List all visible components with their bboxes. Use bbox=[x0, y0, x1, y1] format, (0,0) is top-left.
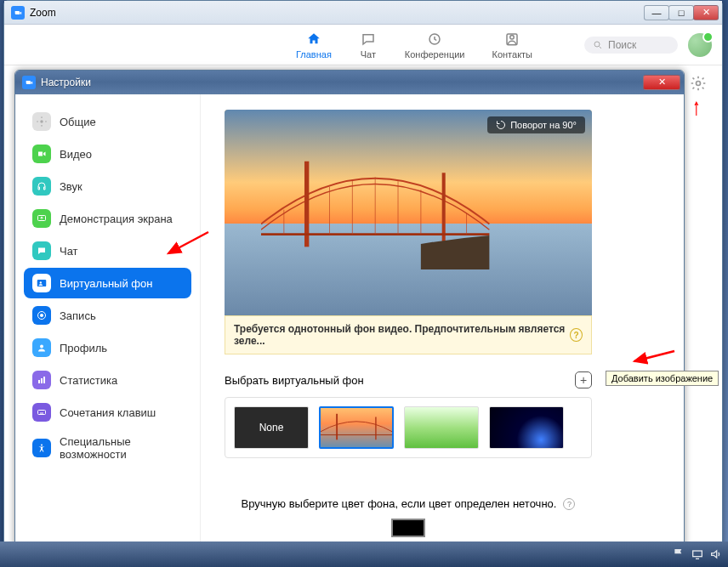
sidebar-item-accessibility[interactable]: Специальные возможности bbox=[24, 429, 191, 467]
annotation-arrow-gear bbox=[693, 94, 700, 121]
svg-line-30 bbox=[168, 232, 208, 253]
keyboard-icon bbox=[32, 403, 51, 422]
svg-rect-32 bbox=[693, 551, 702, 557]
svg-line-31 bbox=[634, 351, 674, 361]
chat-icon bbox=[359, 31, 378, 48]
search-input[interactable]: Поиск bbox=[584, 37, 678, 54]
svg-point-1 bbox=[510, 35, 515, 39]
zoom-titlebar[interactable]: Zoom — □ ✕ bbox=[4, 1, 722, 25]
svg-point-11 bbox=[40, 345, 43, 349]
zoom-tabs: Главная Чат Конференции Контакты bbox=[244, 29, 584, 61]
settings-gear-icon[interactable] bbox=[690, 75, 707, 92]
bg-thumb-grass[interactable] bbox=[404, 406, 479, 449]
sidebar-item-audio[interactable]: Звук bbox=[24, 171, 191, 201]
accessibility-icon bbox=[32, 439, 51, 457]
zoom-window-title: Zoom bbox=[30, 7, 645, 19]
svg-rect-15 bbox=[38, 411, 46, 415]
avatar[interactable] bbox=[688, 33, 712, 57]
minimize-button[interactable]: — bbox=[644, 5, 669, 20]
sidebar-item-virtual-bg[interactable]: Виртуальный фон bbox=[24, 268, 191, 298]
svg-point-3 bbox=[594, 42, 600, 47]
record-icon bbox=[32, 306, 51, 325]
settings-window-controls: ✕ bbox=[644, 75, 680, 90]
settings-window: Настройки ✕ Общие Видео Звук Демонстраци… bbox=[14, 70, 685, 564]
video-preview: Поворот на 90° bbox=[225, 110, 592, 317]
rotate-button[interactable]: Поворот на 90° bbox=[487, 116, 585, 133]
svg-rect-14 bbox=[43, 377, 45, 383]
tray-flag-icon[interactable] bbox=[672, 547, 685, 561]
sidebar-item-shortcuts[interactable]: Сочетания клавиш bbox=[24, 397, 191, 428]
help-icon[interactable]: ? bbox=[563, 498, 575, 510]
stats-icon bbox=[32, 371, 51, 389]
share-screen-icon bbox=[32, 209, 51, 228]
home-icon bbox=[304, 31, 323, 48]
svg-point-5 bbox=[40, 120, 43, 123]
sidebar-item-video[interactable]: Видео bbox=[24, 139, 191, 169]
tray-network-icon[interactable] bbox=[691, 547, 704, 561]
contacts-icon bbox=[503, 31, 521, 48]
sidebar-item-general[interactable]: Общие bbox=[24, 106, 191, 137]
svg-point-4 bbox=[697, 82, 701, 86]
headphones-icon bbox=[32, 177, 51, 196]
add-image-tooltip: Добавить изображение bbox=[606, 371, 719, 386]
svg-point-16 bbox=[41, 445, 43, 446]
annotation-arrow-sidebar bbox=[162, 228, 213, 262]
add-image-button[interactable]: + bbox=[575, 371, 592, 388]
sidebar-item-recording[interactable]: Запись bbox=[24, 300, 191, 331]
sidebar-item-statistics[interactable]: Статистика bbox=[24, 365, 191, 395]
help-icon[interactable]: ? bbox=[570, 328, 583, 342]
bridge-graphic bbox=[261, 156, 489, 269]
clock-icon bbox=[425, 31, 444, 48]
video-icon bbox=[32, 145, 51, 163]
settings-app-icon bbox=[22, 76, 36, 89]
bg-thumb-none[interactable]: None bbox=[234, 406, 309, 449]
tab-contacts[interactable]: Контакты bbox=[487, 29, 538, 61]
manual-color-row: Вручную выберите цвет фона, если цвет оп… bbox=[225, 497, 592, 510]
tab-chat[interactable]: Чат bbox=[354, 29, 383, 61]
chat-icon bbox=[32, 241, 51, 260]
settings-titlebar[interactable]: Настройки ✕ bbox=[15, 71, 684, 94]
svg-rect-13 bbox=[41, 378, 43, 383]
close-button[interactable]: ✕ bbox=[693, 5, 719, 20]
bg-thumbnails: None bbox=[225, 397, 592, 458]
select-bg-label: Выбрать виртуальный фон bbox=[225, 374, 364, 387]
maximize-button[interactable]: □ bbox=[668, 5, 694, 20]
settings-body: Общие Видео Звук Демонстрация экрана Чат… bbox=[15, 94, 684, 564]
tab-meetings[interactable]: Конференции bbox=[400, 29, 470, 61]
virtual-bg-icon bbox=[32, 274, 51, 292]
taskbar[interactable] bbox=[0, 541, 728, 567]
svg-rect-12 bbox=[38, 380, 40, 383]
select-bg-row: Выбрать виртуальный фон + bbox=[225, 371, 592, 388]
settings-sidebar: Общие Видео Звук Демонстрация экрана Чат… bbox=[15, 94, 201, 564]
search-icon bbox=[593, 40, 603, 50]
settings-close-button[interactable]: ✕ bbox=[643, 75, 680, 90]
settings-window-title: Настройки bbox=[41, 77, 644, 88]
settings-content: Поворот на 90° Требуется однотонный фон … bbox=[201, 94, 684, 564]
zoom-app-icon bbox=[11, 6, 25, 20]
color-swatch[interactable] bbox=[391, 519, 425, 537]
zoom-window-controls: — □ ✕ bbox=[645, 5, 719, 20]
zoom-topbar: Главная Чат Конференции Контакты Поиск bbox=[4, 25, 722, 65]
warning-bar: Требуется однотонный фон видео. Предпочт… bbox=[225, 315, 592, 354]
svg-point-8 bbox=[40, 281, 42, 283]
tab-home[interactable]: Главная bbox=[291, 29, 337, 61]
gear-icon bbox=[32, 112, 51, 131]
bg-thumb-space[interactable] bbox=[489, 406, 564, 449]
svg-point-10 bbox=[40, 314, 43, 317]
annotation-arrow-add bbox=[628, 344, 679, 370]
bg-thumb-bridge[interactable] bbox=[319, 406, 394, 449]
rotate-icon bbox=[496, 120, 506, 130]
sidebar-item-profile[interactable]: Профиль bbox=[24, 332, 191, 363]
profile-icon bbox=[32, 338, 51, 357]
tray-volume-icon[interactable] bbox=[709, 547, 723, 561]
